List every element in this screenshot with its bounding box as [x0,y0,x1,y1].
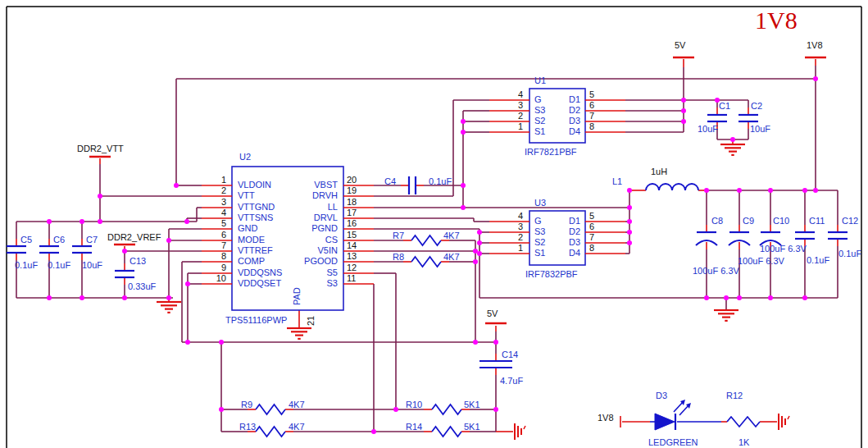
capacitor-ref-C14: C14 [502,350,518,360]
capacitor-value-C9: 100uF 6.3V [738,256,784,267]
ic-ref-U2: U2 [239,152,251,162]
resistor-value-R14: 5K1 [464,422,480,432]
net-label-ddr2-vref: DDR2_VREF [107,232,161,243]
pin-number: 4 [502,89,523,100]
capacitor-value-C13: 0.33uF [128,281,156,292]
ic-part-U1: IRF7821PBF [525,147,577,158]
pin-name: CS [289,235,338,245]
pin-name: DRVL [289,213,338,223]
pin-name: VTTREF [238,245,273,256]
pin-number: 7 [589,232,594,243]
resistor-ref-R8: R8 [393,252,404,263]
pin-number: 3 [502,222,523,232]
pin-number: 2 [502,232,523,243]
resistor-ref-R14: R14 [406,422,422,432]
pin-number: 14 [347,240,357,251]
schematic-artwork [0,0,868,448]
pin-name: VTTGND [238,202,275,213]
pin-name: D4 [556,126,580,137]
pin-number: 4 [205,208,226,218]
capacitor-value-C14: 4.7uF [500,376,523,386]
pin-number: 13 [347,251,357,262]
resistor-ref-R10: R10 [406,400,422,410]
capacitor-ref-C9: C9 [743,216,754,226]
pin-number: 5 [205,218,226,229]
pin-name: LL [289,202,338,213]
resistor-ref-R7: R7 [393,231,404,241]
pin-name: S3 [534,226,545,237]
pin-name: D1 [556,216,580,226]
diode-ref-D3: D3 [656,391,667,401]
pin-number: 6 [589,100,594,111]
pin-name: S3 [289,278,338,289]
pin-name: S1 [534,248,545,258]
pin-name: S5 [289,267,338,278]
pin-name: S2 [534,116,545,126]
capacitor-value-C12: 0.1uF [838,249,861,259]
pin-name: V5IN [289,245,338,256]
pin-name: D2 [556,226,580,237]
resistor-ref-R12: R12 [726,391,743,401]
pin-number: 6 [205,230,226,240]
pin-name: S3 [534,105,545,116]
pin-number: 2 [502,111,523,121]
pin-name: VDDQSNS [238,267,282,278]
pin-name: D1 [556,94,580,105]
resistor-value-R7: 4K7 [443,231,460,241]
pin-number: 5 [589,211,594,222]
pin-number: 7 [589,111,594,121]
inductor-value-L1: 1uH [651,167,667,177]
pin-number: 1 [502,243,523,254]
capacitor-value-C11: 0.1uF [807,255,829,266]
pin-name: VBST [289,180,338,190]
pin-name: S1 [534,126,545,137]
inductor-ref-L1: L1 [612,176,622,187]
pin-name: D4 [556,248,580,258]
pin-number: 11 [347,273,356,284]
capacitor-ref-C13: C13 [130,256,146,267]
capacitor-value-C5: 0.1uF [15,260,38,271]
ic-pad-label: PAD [292,287,302,305]
pin-number: 19 [347,185,357,196]
pin-name: MODE [238,235,265,245]
pin-name: VTT [238,190,255,201]
capacitor-ref-C6: C6 [53,235,65,245]
pin-name: VDDQSET [238,278,281,289]
pin-name: PGND [289,223,338,234]
capacitor-value-C10: 100uF 6.3V [760,244,807,254]
pin-name: VTTSNS [238,213,273,223]
capacitor-value-C7: 10uF [82,260,102,271]
net-label-5v-u1: 5V [675,40,685,51]
pin-name: G [534,216,542,226]
sheet-frame [7,7,861,448]
resistor-value-R8: 4K7 [443,252,460,263]
capacitor-value-C8: 100uF 6.3V [693,266,739,277]
pin-name: PGOOD [289,256,338,267]
pin-number: 8 [205,251,226,262]
pin-number: 16 [347,218,357,229]
resistor-value-R12: 1K [738,437,749,448]
capacitor-ref-C10: C10 [773,216,789,226]
led-symbol [655,400,691,430]
pin-number: 5 [589,89,594,100]
capacitor-ref-C7: C7 [86,235,98,245]
pin-number: 17 [347,208,357,218]
resistor-value-R9: 4K7 [289,400,305,410]
pin-name: G [534,94,542,105]
pin-name: GND [238,223,257,234]
capacitor-ref-C2: C2 [751,101,762,112]
capacitor-ref-C4: C4 [384,176,396,187]
capacitor-value-C1: 10uF [698,124,718,135]
pin-name: VLDOIN [238,180,271,190]
pin-number: 1 [205,175,226,185]
ic-part-U3: IRF7832PBF [525,269,578,280]
pin-name: D3 [556,237,580,248]
pin-number: 9 [205,263,226,273]
ic-ref-U1: U1 [534,75,546,86]
pin-number: 2 [205,185,226,196]
capacitor-ref-C11: C11 [809,216,825,226]
ic-pad-pin: 21 [306,316,316,326]
pin-number: 12 [347,263,357,273]
capacitor-ref-C5: C5 [20,235,32,245]
pin-number: 4 [502,211,523,222]
